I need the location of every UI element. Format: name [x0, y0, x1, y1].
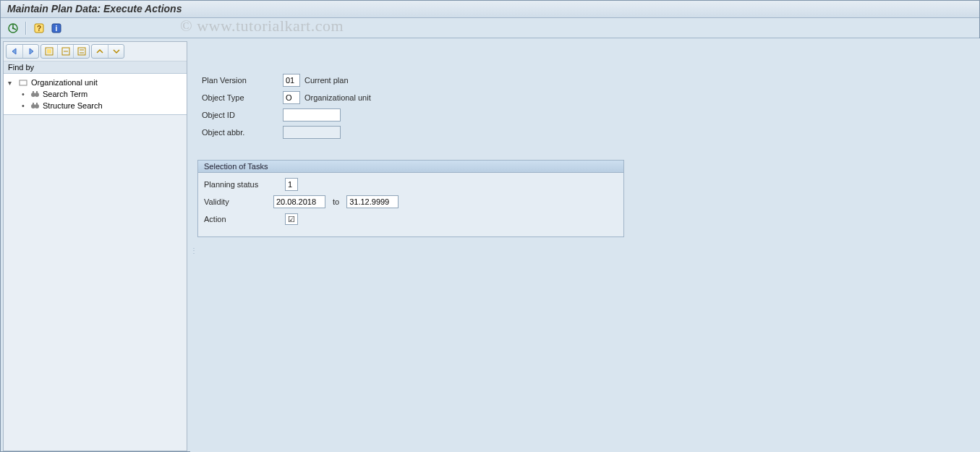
help-icon[interactable]: ? [32, 21, 46, 35]
header-form: Plan Version Current plan Object Type Or… [197, 67, 976, 154]
main-panel: © www.tutorialkart.com Plan Version Curr… [195, 38, 980, 452]
svg-rect-7 [47, 49, 51, 54]
toolbar-separator [25, 22, 27, 35]
action-checkbox[interactable]: ☑ [285, 213, 298, 225]
bullet-icon: • [20, 101, 27, 110]
tree-root-org-unit[interactable]: ▾ Organizational unit [4, 77, 187, 88]
tree-item-search-term[interactable]: • Search Term [4, 88, 187, 100]
svg-rect-13 [20, 80, 27, 85]
sidebar-toolbar [4, 42, 187, 61]
svg-rect-20 [33, 103, 34, 105]
nav-back-icon[interactable] [7, 45, 22, 58]
tree-item-label: Search Term [43, 90, 88, 98]
object-type-input[interactable] [283, 91, 300, 104]
object-id-input[interactable] [283, 108, 341, 121]
info-icon[interactable]: i [49, 21, 64, 35]
plan-version-input[interactable] [283, 74, 300, 87]
tree-item-structure-search[interactable]: • Structure Search [4, 100, 187, 111]
selection-of-tasks-group: Selection of Tasks Planning status Valid… [197, 160, 624, 237]
binoculars-icon [30, 101, 40, 111]
action-label: Action [204, 215, 285, 223]
org-unit-icon [18, 77, 28, 88]
nav-forward-icon[interactable] [22, 45, 38, 58]
svg-rect-21 [36, 103, 38, 105]
tree-root-label: Organizational unit [31, 78, 98, 87]
object-id-label: Object ID [202, 111, 283, 119]
object-type-label: Object Type [202, 93, 283, 102]
object-type-desc: Organizational unit [304, 93, 371, 102]
title-text: Maintain Plan Data: Execute Actions [7, 3, 182, 14]
plan-version-label: Plan Version [202, 76, 283, 85]
plan-version-desc: Current plan [304, 76, 349, 85]
binoculars-icon [30, 89, 40, 99]
planning-status-input[interactable] [285, 178, 298, 191]
group-title: Selection of Tasks [198, 161, 623, 173]
expand-all-icon[interactable] [92, 45, 108, 58]
object-abbr-label: Object abbr. [202, 128, 283, 137]
validity-to-label: to [333, 197, 339, 206]
app-toolbar: ? i [0, 18, 980, 38]
findby-label: Find by [8, 63, 34, 72]
page-title: Maintain Plan Data: Execute Actions [0, 0, 980, 18]
svg-text:i: i [56, 25, 58, 33]
content-area: Find by ▾ Organizational unit • Search T… [0, 38, 980, 452]
validity-to-input[interactable] [346, 195, 399, 208]
svg-rect-17 [36, 91, 38, 93]
sidebar-empty-area [4, 115, 187, 451]
tree-item-label: Structure Search [43, 101, 103, 110]
collapse-all-icon[interactable] [108, 45, 124, 58]
planning-status-label: Planning status [204, 180, 285, 189]
findby-header: Find by [4, 61, 187, 74]
tree-tool-1-icon[interactable] [41, 45, 57, 58]
svg-rect-16 [33, 91, 34, 93]
object-abbr-input [283, 126, 341, 139]
validity-label: Validity [204, 197, 273, 206]
tree-tool-2-icon[interactable] [57, 45, 73, 58]
svg-text:?: ? [37, 25, 41, 33]
object-tree: ▾ Organizational unit • Search Term • St… [4, 74, 187, 115]
sidebar: Find by ▾ Organizational unit • Search T… [3, 41, 187, 451]
tree-tool-3-icon[interactable] [73, 45, 89, 58]
validity-from-input[interactable] [273, 195, 325, 208]
svg-point-1 [12, 27, 14, 28]
execute-icon[interactable] [6, 21, 20, 35]
svg-rect-10 [78, 48, 85, 55]
bullet-icon: • [20, 90, 27, 98]
caret-down-icon[interactable]: ▾ [8, 79, 15, 87]
